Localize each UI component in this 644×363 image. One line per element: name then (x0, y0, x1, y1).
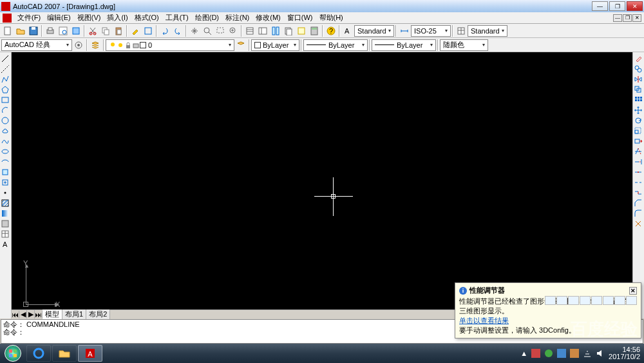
layer-previous-button[interactable] (234, 39, 247, 52)
tab-layout1[interactable]: 布局1 (62, 309, 86, 319)
layer-dropdown[interactable]: 0 ▾ (106, 39, 234, 51)
workspace-settings-button[interactable] (72, 39, 85, 52)
match-properties-button[interactable] (129, 25, 142, 37)
design-center-button[interactable] (256, 25, 269, 37)
color-dropdown[interactable]: ByLayer▾ (251, 39, 299, 51)
properties-button[interactable] (243, 25, 256, 37)
copy-tool[interactable] (633, 64, 643, 74)
tray-volume-icon[interactable] (596, 349, 605, 358)
cut-button[interactable] (86, 25, 99, 37)
doc-minimize-button[interactable]: — (613, 14, 622, 22)
hatch-tool[interactable] (0, 198, 10, 208)
taskbar-ie[interactable] (26, 345, 51, 362)
save-button[interactable] (27, 25, 40, 37)
menu-tools[interactable]: 工具(T) (162, 13, 192, 23)
menu-dimension[interactable]: 标注(N) (222, 13, 252, 23)
array-tool[interactable] (633, 95, 643, 105)
erase-tool[interactable] (633, 54, 643, 64)
offset-tool[interactable] (633, 84, 643, 95)
menu-insert[interactable]: 插入(I) (104, 13, 131, 23)
tray-show-hidden-button[interactable]: ▲ (520, 349, 527, 357)
drawing-canvas[interactable]: ▲ ▶ Y X (12, 52, 632, 309)
workspace-dropdown[interactable]: AutoCAD 经典▾ (1, 39, 72, 51)
menu-window[interactable]: 窗口(W) (284, 13, 316, 23)
help-button[interactable]: ? (325, 25, 337, 37)
extend-tool[interactable] (633, 157, 643, 167)
text-style-icon[interactable]: A (341, 25, 354, 37)
block-editor-button[interactable] (142, 25, 155, 37)
line-tool[interactable] (0, 54, 10, 64)
open-button[interactable] (14, 25, 27, 37)
redo-button[interactable] (171, 25, 184, 37)
stretch-tool[interactable] (633, 136, 643, 146)
tab-next-button[interactable]: ▶ (27, 310, 35, 319)
text-style-dropdown[interactable]: Standard▾ (354, 25, 394, 37)
region-tool[interactable] (0, 219, 10, 229)
zoom-previous-button[interactable] (227, 25, 240, 37)
construction-line-tool[interactable] (0, 64, 10, 74)
rectangle-tool[interactable] (0, 95, 10, 105)
zoom-realtime-button[interactable] (201, 25, 214, 37)
dim-style-dropdown[interactable]: ISO-25▾ (411, 25, 451, 37)
tab-model[interactable]: 模型 (43, 309, 62, 319)
table-tool[interactable] (0, 229, 10, 239)
tray-icon-3[interactable] (557, 349, 566, 358)
insert-block-tool[interactable] (0, 167, 10, 177)
spline-tool[interactable] (0, 136, 10, 146)
tray-icon-2[interactable] (544, 349, 553, 358)
table-style-dropdown[interactable]: Standard▾ (468, 25, 507, 37)
table-style-icon[interactable] (455, 25, 468, 37)
linetype-dropdown[interactable]: ByLayer▾ (303, 39, 368, 51)
move-tool[interactable] (633, 105, 643, 115)
start-button[interactable] (0, 344, 26, 363)
doc-restore-button[interactable]: ❐ (623, 14, 632, 22)
trim-tool[interactable] (633, 146, 643, 157)
polyline-tool[interactable] (0, 74, 10, 84)
dim-style-icon[interactable] (398, 25, 411, 37)
layer-manager-button[interactable] (89, 39, 102, 52)
lineweight-dropdown[interactable]: ByLayer▾ (372, 39, 436, 51)
markup-button[interactable] (295, 25, 308, 37)
menu-help[interactable]: 帮助(H) (316, 13, 346, 23)
publish-button[interactable] (70, 25, 82, 37)
doc-close-button[interactable]: ✕ (632, 14, 641, 22)
break-at-point-tool[interactable] (633, 167, 643, 177)
revision-cloud-tool[interactable] (0, 126, 10, 136)
tray-icon-1[interactable] (531, 349, 540, 358)
mtext-tool[interactable]: A (0, 239, 10, 250)
undo-button[interactable] (158, 25, 171, 37)
minimize-button[interactable]: — (592, 1, 608, 11)
gradient-tool[interactable] (0, 208, 10, 219)
maximize-button[interactable]: ❐ (609, 1, 625, 11)
new-button[interactable] (1, 25, 14, 37)
taskbar-autocad[interactable]: A (78, 345, 102, 362)
clock[interactable]: 14:56 2017/10/2 (609, 346, 640, 360)
menu-format[interactable]: 格式(O) (131, 13, 162, 23)
tray-icon-4[interactable] (570, 349, 579, 358)
menu-modify[interactable]: 修改(M) (252, 13, 284, 23)
join-tool[interactable] (633, 188, 643, 198)
tool-palettes-button[interactable] (269, 25, 282, 37)
chamfer-tool[interactable] (633, 198, 643, 208)
rotate-tool[interactable] (633, 115, 643, 126)
ellipse-arc-tool[interactable] (0, 157, 10, 167)
arc-tool[interactable] (0, 105, 10, 115)
tray-network-icon[interactable] (583, 349, 592, 358)
popup-link[interactable]: 单击以查看结果 (459, 317, 509, 324)
break-tool[interactable] (633, 177, 643, 188)
circle-tool[interactable] (0, 115, 10, 126)
pan-button[interactable] (188, 25, 201, 37)
tab-prev-button[interactable]: ◀ (19, 310, 27, 319)
plot-preview-button[interactable] (57, 25, 70, 37)
close-button[interactable]: ✕ (627, 1, 643, 11)
polygon-tool[interactable] (0, 84, 10, 95)
point-tool[interactable] (0, 188, 10, 198)
popup-close-button[interactable]: ✕ (629, 287, 637, 295)
paste-button[interactable] (112, 25, 125, 37)
sheet-set-button[interactable] (282, 25, 295, 37)
quickcalc-button[interactable] (308, 25, 321, 37)
print-button[interactable] (44, 25, 57, 37)
zoom-window-button[interactable] (214, 25, 227, 37)
explode-tool[interactable] (633, 219, 643, 229)
fillet-tool[interactable] (633, 208, 643, 219)
